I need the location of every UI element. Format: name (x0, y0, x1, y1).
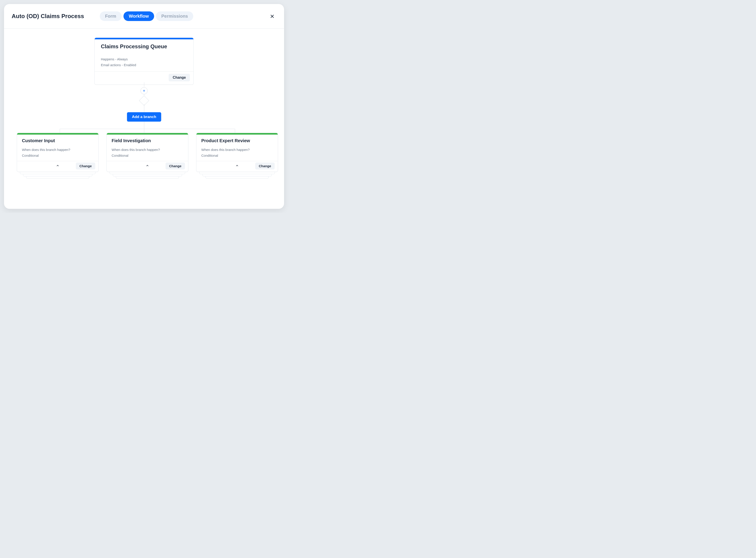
root-card-title: Claims Processing Queue (101, 43, 187, 50)
root-card-meta: Happens - Always Email actions - Enabled (101, 56, 187, 68)
branch-wrap-2: Product Expert Review When does this bra… (196, 133, 278, 172)
tab-workflow[interactable]: Workflow (123, 11, 154, 21)
branch-title: Field Investigation (112, 138, 183, 143)
branch-card-product-expert-review[interactable]: Product Expert Review When does this bra… (196, 133, 278, 172)
root-meta-1: Happens - Always (101, 56, 187, 62)
branch-meta: When does this branch happen? Conditiona… (112, 147, 183, 158)
card-stack-shadow (109, 172, 185, 174)
branch-question: When does this branch happen? (201, 147, 273, 153)
branch-card-field-investigation[interactable]: Field Investigation When does this branc… (106, 133, 188, 172)
branch-answer: Conditional (22, 153, 94, 158)
tab-bar: Form Workflow Permissions (100, 11, 193, 21)
root-meta-2: Email actions - Enabled (101, 62, 187, 68)
add-step-button[interactable] (141, 87, 148, 94)
branch-meta: When does this branch happen? Conditiona… (22, 147, 94, 158)
workflow-panel: Auto (OD) Claims Process Form Workflow P… (4, 4, 284, 209)
collapse-toggle[interactable] (146, 164, 149, 168)
tab-form-label: Form (105, 14, 116, 19)
card-stack-shadow (23, 174, 92, 176)
branch-answer: Conditional (112, 153, 183, 158)
card-stack-shadow (20, 172, 96, 174)
branch-row: Customer Input When does this branch hap… (17, 133, 278, 172)
branch-meta: When does this branch happen? Conditiona… (201, 147, 273, 158)
workflow-canvas: Claims Processing Queue Happens - Always… (4, 29, 284, 209)
chevron-up-icon (56, 164, 59, 168)
branch-card-footer: Change (17, 161, 98, 172)
card-stack-shadow (202, 174, 272, 176)
collapse-toggle[interactable] (56, 164, 59, 168)
root-accent (95, 38, 193, 39)
branch-card-body: Field Investigation When does this branc… (107, 134, 188, 161)
card-stack-shadow (199, 172, 275, 174)
branch-wrap-1: Field Investigation When does this branc… (106, 133, 188, 172)
branch-question: When does this branch happen? (112, 147, 183, 153)
branch-card-footer: Change (196, 161, 278, 172)
branch-split-line (60, 129, 235, 129)
branch-card-footer: Change (107, 161, 188, 172)
branch-change-button[interactable]: Change (76, 162, 95, 170)
tab-form[interactable]: Form (100, 11, 122, 21)
root-step-card[interactable]: Claims Processing Queue Happens - Always… (94, 37, 194, 85)
tab-workflow-label: Workflow (129, 14, 149, 19)
page-title: Auto (OD) Claims Process (11, 13, 84, 20)
branch-card-customer-input[interactable]: Customer Input When does this branch hap… (17, 133, 99, 172)
root-change-button[interactable]: Change (169, 74, 190, 81)
card-stack-shadow (116, 176, 179, 179)
branch-answer: Conditional (201, 153, 273, 158)
branch-title: Customer Input (22, 138, 94, 143)
card-stack-shadow (26, 176, 89, 179)
connector-line (144, 82, 144, 87)
close-button[interactable] (268, 12, 276, 21)
add-branch-button[interactable]: Add a branch (127, 112, 161, 122)
branch-change-button[interactable]: Change (166, 162, 185, 170)
plus-icon (143, 89, 146, 92)
card-stack-shadow (113, 174, 182, 176)
root-card-body: Claims Processing Queue Happens - Always… (95, 39, 193, 71)
branch-change-button[interactable]: Change (255, 162, 275, 170)
close-icon (270, 14, 275, 19)
chevron-up-icon (235, 164, 239, 168)
branch-question: When does this branch happen? (22, 147, 94, 153)
branch-title: Product Expert Review (201, 138, 273, 143)
header: Auto (OD) Claims Process Form Workflow P… (4, 4, 284, 29)
card-stack-shadow (205, 176, 269, 179)
tab-permissions[interactable]: Permissions (156, 11, 193, 21)
branch-accent (196, 133, 278, 134)
chevron-up-icon (146, 164, 149, 168)
tab-permissions-label: Permissions (161, 14, 188, 19)
app-viewport: Auto (OD) Claims Process Form Workflow P… (0, 0, 288, 213)
merge-connector (17, 178, 278, 209)
branch-card-body: Customer Input When does this branch hap… (17, 134, 98, 161)
connector-line (144, 129, 144, 133)
branch-accent (107, 133, 188, 134)
branch-wrap-0: Customer Input When does this branch hap… (17, 133, 99, 172)
branch-accent (17, 133, 98, 134)
branch-card-body: Product Expert Review When does this bra… (196, 134, 278, 161)
collapse-toggle[interactable] (235, 164, 239, 168)
